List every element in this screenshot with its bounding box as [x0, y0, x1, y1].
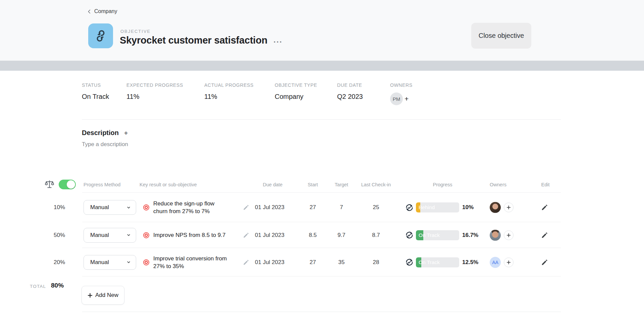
edit-name-pencil-icon[interactable] — [243, 204, 249, 211]
description-heading: Description — [82, 129, 119, 137]
progress-method-select[interactable]: Manual — [84, 255, 136, 270]
edit-name-pencil-icon[interactable] — [243, 232, 249, 238]
select-value: Manual — [90, 259, 109, 266]
due-date-value: 01 Jul 2023 — [255, 204, 284, 211]
total-value: 80% — [51, 282, 64, 289]
progress-cell: On Track 12.5% — [405, 257, 478, 267]
progress-strip — [0, 61, 644, 71]
status-badge: On Track — [419, 230, 440, 240]
checkin-icon[interactable] — [405, 203, 414, 212]
toggle-knob — [67, 180, 75, 189]
chevron-left-icon — [87, 9, 92, 14]
progress-cell: On Track 16.7% — [405, 230, 478, 240]
edit-row-pencil-icon[interactable] — [541, 232, 548, 239]
progress-percent: 10% — [462, 204, 474, 211]
add-new-button[interactable]: Add New — [82, 286, 124, 305]
add-owner-icon[interactable]: + — [405, 95, 409, 103]
stat-due-date: DUE DATE Q2 2023 — [337, 82, 363, 101]
select-value: Manual — [90, 232, 109, 239]
stat-actual-progress: ACTUAL PROGRESS 11% — [204, 82, 254, 101]
stat-value: On Track — [82, 93, 109, 101]
owners-cell — [490, 202, 514, 213]
add-description-icon[interactable]: + — [124, 129, 128, 137]
key-result-name-cell: Reduce the sign-up flow churn from 27% t… — [142, 200, 254, 215]
avatar[interactable]: AA — [490, 257, 501, 268]
progress-method-select[interactable]: Manual — [84, 200, 136, 215]
stat-label: ACTUAL PROGRESS — [204, 82, 254, 88]
objective-icon — [88, 23, 113, 48]
add-owner-button[interactable] — [504, 230, 514, 240]
edit-row-pencil-icon[interactable] — [541, 259, 548, 266]
status-badge: On Track — [419, 257, 440, 267]
stat-label: DUE DATE — [337, 82, 363, 88]
target-icon — [142, 258, 150, 266]
last-checkin-value: 8.7 — [356, 232, 396, 239]
objective-page: Company OBJECTIVE Skyrocket customer sat… — [0, 0, 644, 316]
key-result-name-cell: Improve trial conversion from 27% to 35% — [142, 255, 254, 270]
progress-method-select[interactable]: Manual — [84, 228, 136, 243]
stat-label: STATUS — [82, 82, 109, 88]
stat-status: STATUS On Track — [82, 82, 109, 101]
key-result-name-cell: Improve NPS from 8.5 to 9.7 — [142, 231, 254, 239]
column-header-target: Target — [324, 182, 359, 187]
section-divider — [82, 119, 561, 120]
owners-cell: AA — [490, 257, 514, 268]
stat-owners: OWNERS — [390, 82, 413, 88]
description-placeholder[interactable]: Type a description — [82, 141, 128, 148]
avatar[interactable] — [490, 202, 501, 213]
target-value: 9.7 — [324, 232, 359, 239]
column-header-last-checkin: Last Check-in — [356, 182, 396, 187]
owners-cell — [490, 230, 514, 241]
target-value: 7 — [324, 204, 359, 211]
target-icon — [142, 203, 150, 211]
progress-bar: On Track — [416, 230, 459, 240]
plus-icon — [506, 205, 511, 210]
due-date-value: 01 Jul 2023 — [255, 232, 284, 239]
weighting-scales-icon — [44, 179, 55, 191]
checkin-icon[interactable] — [405, 258, 414, 267]
stat-label: EXPECTED PROGRESS — [126, 82, 183, 88]
table-row: 10% Manual Reduce the sign-up flow churn… — [0, 193, 644, 222]
column-header-key-result: Key result or sub-objective — [140, 182, 197, 187]
weighting-toggle[interactable] — [59, 180, 76, 189]
stat-objective-type: OBJECTIVE TYPE Company — [275, 82, 317, 101]
add-owner-button[interactable] — [504, 203, 514, 212]
more-options-icon[interactable]: ··· — [273, 35, 282, 46]
table-row: 20% Manual Improve trial conversion from… — [0, 248, 644, 276]
stat-value: 11% — [126, 93, 183, 101]
key-result-name[interactable]: Reduce the sign-up flow churn from 27% t… — [153, 200, 214, 215]
close-objective-button[interactable]: Close objective — [471, 23, 531, 49]
entity-type-label: OBJECTIVE — [120, 29, 151, 34]
progress-percent: 16.7% — [462, 232, 478, 239]
last-checkin-value: 28 — [356, 259, 396, 266]
edit-row-pencil-icon[interactable] — [541, 204, 548, 211]
target-icon — [142, 231, 150, 239]
edit-name-pencil-icon[interactable] — [243, 259, 249, 265]
column-header-progress-method: Progress Method — [84, 182, 120, 187]
target-value: 35 — [324, 259, 359, 266]
column-header-owners: Owners — [483, 182, 513, 187]
stat-value: 11% — [204, 93, 254, 101]
add-owner-button[interactable] — [504, 257, 514, 267]
breadcrumb[interactable]: Company — [87, 8, 117, 14]
progress-bar: On Track — [416, 257, 459, 267]
plus-icon — [88, 293, 93, 298]
breadcrumb-label: Company — [94, 8, 117, 14]
progress-bar: Behind — [416, 202, 459, 212]
stat-expected-progress: EXPECTED PROGRESS 11% — [126, 82, 183, 101]
column-header-edit: Edit — [533, 182, 557, 187]
select-value: Manual — [90, 204, 109, 211]
key-results-table: 10% Manual Reduce the sign-up flow churn… — [0, 193, 644, 276]
checkin-icon[interactable] — [405, 231, 414, 240]
column-header-progress: Progress — [405, 182, 480, 187]
key-result-name[interactable]: Improve trial conversion from 27% to 35% — [153, 255, 227, 270]
progress-percent: 12.5% — [462, 259, 478, 266]
progress-cell: Behind 10% — [405, 202, 474, 212]
key-result-name[interactable]: Improve NPS from 8.5 to 9.7 — [153, 231, 225, 239]
chevron-down-icon — [126, 233, 131, 237]
chevron-down-icon — [126, 205, 131, 210]
bottom-divider — [82, 312, 561, 312]
avatar[interactable]: PM — [390, 92, 403, 105]
due-date-value: 01 Jul 2023 — [255, 259, 284, 266]
avatar[interactable] — [490, 230, 501, 241]
